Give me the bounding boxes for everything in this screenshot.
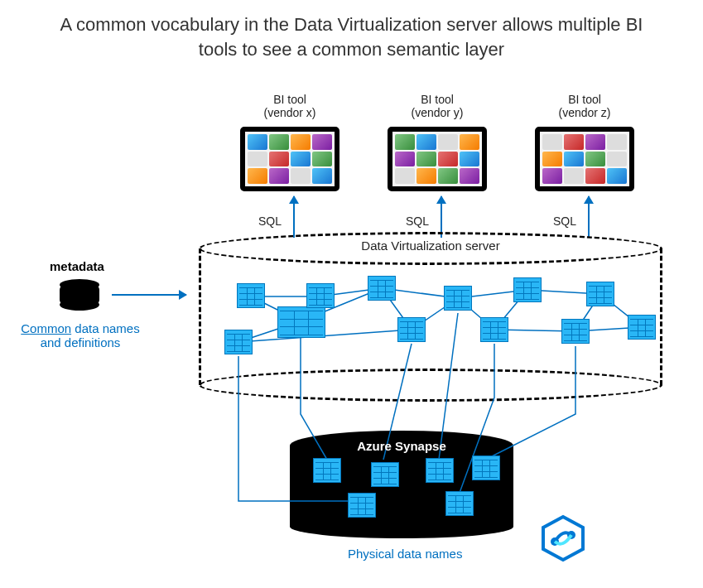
azure-synapse-cylinder: Azure Synapse bbox=[290, 431, 513, 538]
virtual-table-icon bbox=[224, 330, 253, 354]
svg-marker-17 bbox=[543, 517, 583, 560]
physical-data-names-label: Physical data names bbox=[348, 547, 462, 561]
bi-tool-vendor: (vendor y) bbox=[411, 106, 463, 119]
physical-table-icon bbox=[313, 458, 341, 483]
virtual-table-icon bbox=[277, 306, 325, 338]
physical-table-icon bbox=[348, 493, 376, 518]
metadata-label: metadata bbox=[50, 259, 104, 273]
virtual-table-icon bbox=[306, 283, 335, 308]
azure-synapse-logo-icon bbox=[538, 513, 588, 563]
azure-synapse-label: Azure Synapse bbox=[290, 439, 513, 453]
virtual-table-icon bbox=[397, 317, 426, 342]
underlined-text: Common bbox=[21, 321, 71, 335]
dv-server-label: Data Virtualization server bbox=[199, 239, 662, 253]
bi-tool-name: BI tool bbox=[273, 93, 306, 106]
physical-table-icon bbox=[445, 491, 474, 516]
virtual-table-icon bbox=[480, 317, 508, 342]
virtual-table-icon bbox=[628, 315, 656, 340]
bi-screen-y bbox=[388, 127, 487, 191]
physical-table-icon bbox=[472, 455, 500, 480]
physical-table-icon bbox=[371, 462, 399, 487]
arrow-metadata-to-dv bbox=[112, 294, 186, 296]
sql-label-x: SQL bbox=[258, 214, 282, 228]
bi-tool-name: BI tool bbox=[568, 93, 601, 106]
arrow-sql-z bbox=[588, 196, 590, 238]
arrow-sql-x bbox=[293, 196, 295, 238]
virtual-table-icon bbox=[368, 276, 396, 301]
metadata-cylinder-icon bbox=[60, 285, 99, 305]
bi-tool-x-label: BI tool (vendor x) bbox=[248, 93, 331, 119]
bi-screen-z bbox=[535, 127, 634, 191]
bi-tool-name: BI tool bbox=[421, 93, 454, 106]
diagram-title: A common vocabulary in the Data Virtuali… bbox=[0, 0, 703, 61]
sql-label-z: SQL bbox=[553, 214, 576, 228]
virtual-table-icon bbox=[513, 277, 542, 302]
virtual-table-icon bbox=[237, 283, 265, 308]
bi-screen-x bbox=[240, 127, 339, 191]
dv-server-cylinder: Data Virtualization server bbox=[199, 248, 662, 385]
bi-tool-y-label: BI tool (vendor y) bbox=[396, 93, 479, 119]
physical-table-icon bbox=[426, 458, 454, 483]
sql-label-y: SQL bbox=[406, 214, 429, 228]
bi-tool-vendor: (vendor z) bbox=[558, 106, 610, 119]
virtual-table-icon bbox=[561, 319, 590, 344]
common-data-names-text: Common data names and definitions bbox=[10, 321, 151, 349]
virtual-table-icon bbox=[444, 286, 472, 311]
bi-tool-z-label: BI tool (vendor z) bbox=[543, 93, 626, 119]
bi-tool-vendor: (vendor x) bbox=[263, 106, 315, 119]
virtual-table-icon bbox=[586, 282, 614, 306]
